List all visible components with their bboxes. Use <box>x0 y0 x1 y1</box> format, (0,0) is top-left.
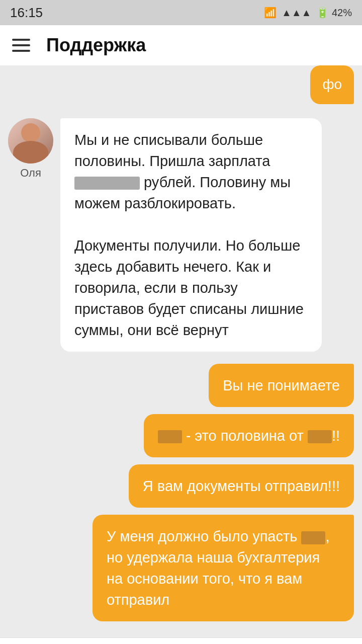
redacted-amount-1 <box>74 177 140 190</box>
agent-avatar-image <box>8 118 53 164</box>
redacted-amount-2 <box>158 430 182 443</box>
signal-icon: ▲▲▲ <box>282 7 311 19</box>
chat-area: фо Оля Мы и не списывали больше половины… <box>0 65 362 637</box>
outgoing-messages-stack: Вы не понимаете - это половина от !! Я в… <box>40 364 354 621</box>
agent-avatar-wrap: Оля <box>8 118 53 180</box>
page-title: Поддержка <box>46 35 146 56</box>
app-header: Поддержка <box>0 25 362 65</box>
agent-avatar <box>8 118 53 164</box>
status-icons: 📶 ▲▲▲ 🔋 42% <box>264 7 352 19</box>
input-bar: + ▶ <box>0 637 362 644</box>
outgoing-bubble-1: Вы не понимаете <box>209 364 354 407</box>
redacted-amount-4 <box>301 531 325 544</box>
battery-icon: 🔋 42% <box>316 7 352 19</box>
status-bar: 16:15 📶 ▲▲▲ 🔋 42% <box>0 0 362 25</box>
outgoing-bubble-3: Я вам документы отправил!!! <box>129 464 354 508</box>
incoming-bubble: Мы и не списывали больше половины. Пришл… <box>60 118 322 352</box>
outgoing-bubble-4: У меня должно было упасть ,но удержала н… <box>93 515 354 621</box>
wifi-icon: 📶 <box>264 7 277 19</box>
status-time: 16:15 <box>10 5 43 21</box>
bubble-partial: фо <box>310 65 354 104</box>
redacted-amount-3 <box>308 430 332 443</box>
agent-name: Оля <box>20 167 41 180</box>
outgoing-bubble-2: - это половина от !! <box>144 414 354 457</box>
partial-outgoing-message: фо <box>310 65 354 104</box>
hamburger-menu-button[interactable] <box>12 39 30 52</box>
incoming-message-row: Оля Мы и не списывали больше половины. П… <box>8 118 322 352</box>
